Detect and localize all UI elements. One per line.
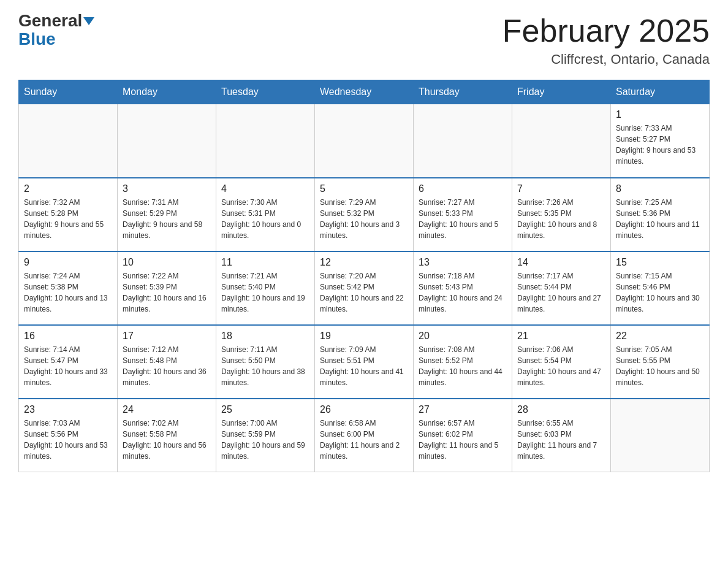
table-row: 23Sunrise: 7:03 AM Sunset: 5:56 PM Dayli…	[19, 399, 118, 472]
day-info: Sunrise: 7:06 AM Sunset: 5:54 PM Dayligh…	[517, 344, 605, 388]
day-number: 8	[616, 183, 704, 194]
day-info: Sunrise: 7:31 AM Sunset: 5:29 PM Dayligh…	[123, 197, 211, 241]
table-row: 27Sunrise: 6:57 AM Sunset: 6:02 PM Dayli…	[414, 399, 512, 472]
table-row: 15Sunrise: 7:15 AM Sunset: 5:46 PM Dayli…	[611, 251, 710, 325]
day-number: 28	[517, 404, 605, 415]
day-info: Sunrise: 7:21 AM Sunset: 5:40 PM Dayligh…	[221, 270, 309, 315]
day-number: 14	[517, 257, 605, 268]
day-number: 3	[123, 183, 211, 194]
day-info: Sunrise: 7:33 AM Sunset: 5:27 PM Dayligh…	[616, 123, 704, 167]
day-info: Sunrise: 7:08 AM Sunset: 5:52 PM Dayligh…	[419, 344, 507, 388]
day-info: Sunrise: 6:57 AM Sunset: 6:02 PM Dayligh…	[419, 418, 507, 462]
table-row: 10Sunrise: 7:22 AM Sunset: 5:39 PM Dayli…	[118, 251, 216, 325]
col-thursday: Thursday	[414, 80, 512, 104]
table-row	[19, 104, 118, 178]
day-number: 1	[616, 109, 704, 120]
day-info: Sunrise: 7:02 AM Sunset: 5:58 PM Dayligh…	[123, 418, 211, 462]
table-row: 11Sunrise: 7:21 AM Sunset: 5:40 PM Dayli…	[216, 251, 315, 325]
col-saturday: Saturday	[611, 80, 710, 104]
day-number: 17	[123, 331, 211, 342]
logo-triangle-icon	[83, 17, 94, 25]
day-info: Sunrise: 7:27 AM Sunset: 5:33 PM Dayligh…	[419, 197, 507, 241]
day-number: 26	[320, 404, 408, 415]
col-monday: Monday	[118, 80, 216, 104]
day-number: 20	[419, 331, 507, 342]
table-row: 1Sunrise: 7:33 AM Sunset: 5:27 PM Daylig…	[611, 104, 710, 178]
logo-text: General	[18, 12, 94, 29]
day-number: 6	[419, 183, 507, 194]
table-row: 7Sunrise: 7:26 AM Sunset: 5:35 PM Daylig…	[512, 178, 611, 251]
day-info: Sunrise: 7:24 AM Sunset: 5:38 PM Dayligh…	[24, 270, 112, 315]
table-row: 20Sunrise: 7:08 AM Sunset: 5:52 PM Dayli…	[414, 325, 512, 399]
calendar-header-row: Sunday Monday Tuesday Wednesday Thursday…	[19, 80, 710, 104]
table-row: 26Sunrise: 6:58 AM Sunset: 6:00 PM Dayli…	[315, 399, 414, 472]
day-number: 19	[320, 331, 408, 342]
table-row: 8Sunrise: 7:25 AM Sunset: 5:36 PM Daylig…	[611, 178, 710, 251]
day-info: Sunrise: 7:05 AM Sunset: 5:55 PM Dayligh…	[616, 344, 704, 388]
location-title: Cliffcrest, Ontario, Canada	[502, 52, 710, 67]
day-number: 24	[123, 404, 211, 415]
col-tuesday: Tuesday	[216, 80, 315, 104]
logo-blue-text: Blue	[18, 29, 56, 49]
table-row: 5Sunrise: 7:29 AM Sunset: 5:32 PM Daylig…	[315, 178, 414, 251]
day-info: Sunrise: 7:03 AM Sunset: 5:56 PM Dayligh…	[24, 418, 112, 462]
table-row: 21Sunrise: 7:06 AM Sunset: 5:54 PM Dayli…	[512, 325, 611, 399]
day-number: 25	[221, 404, 309, 415]
day-number: 23	[24, 404, 112, 415]
table-row: 6Sunrise: 7:27 AM Sunset: 5:33 PM Daylig…	[414, 178, 512, 251]
day-info: Sunrise: 6:58 AM Sunset: 6:00 PM Dayligh…	[320, 418, 408, 462]
table-row: 19Sunrise: 7:09 AM Sunset: 5:51 PM Dayli…	[315, 325, 414, 399]
table-row: 25Sunrise: 7:00 AM Sunset: 5:59 PM Dayli…	[216, 399, 315, 472]
day-info: Sunrise: 7:18 AM Sunset: 5:43 PM Dayligh…	[419, 270, 507, 315]
table-row: 28Sunrise: 6:55 AM Sunset: 6:03 PM Dayli…	[512, 399, 611, 472]
table-row	[611, 399, 710, 472]
day-info: Sunrise: 7:25 AM Sunset: 5:36 PM Dayligh…	[616, 197, 704, 241]
day-info: Sunrise: 6:55 AM Sunset: 6:03 PM Dayligh…	[517, 418, 605, 462]
day-number: 2	[24, 183, 112, 194]
table-row	[414, 104, 512, 178]
day-info: Sunrise: 7:09 AM Sunset: 5:51 PM Dayligh…	[320, 344, 408, 388]
table-row: 9Sunrise: 7:24 AM Sunset: 5:38 PM Daylig…	[19, 251, 118, 325]
table-row	[315, 104, 414, 178]
logo: General Blue	[18, 12, 94, 49]
day-info: Sunrise: 7:12 AM Sunset: 5:48 PM Dayligh…	[123, 344, 211, 388]
col-wednesday: Wednesday	[315, 80, 414, 104]
table-row	[512, 104, 611, 178]
day-number: 11	[221, 257, 309, 268]
day-number: 10	[123, 257, 211, 268]
day-number: 5	[320, 183, 408, 194]
day-number: 9	[24, 257, 112, 268]
table-row: 4Sunrise: 7:30 AM Sunset: 5:31 PM Daylig…	[216, 178, 315, 251]
col-friday: Friday	[512, 80, 611, 104]
page-header: General Blue February 2025 Cliffcrest, O…	[18, 12, 710, 67]
table-row: 16Sunrise: 7:14 AM Sunset: 5:47 PM Dayli…	[19, 325, 118, 399]
day-info: Sunrise: 7:20 AM Sunset: 5:42 PM Dayligh…	[320, 270, 408, 315]
table-row: 18Sunrise: 7:11 AM Sunset: 5:50 PM Dayli…	[216, 325, 315, 399]
table-row: 3Sunrise: 7:31 AM Sunset: 5:29 PM Daylig…	[118, 178, 216, 251]
day-info: Sunrise: 7:00 AM Sunset: 5:59 PM Dayligh…	[221, 418, 309, 462]
table-row: 2Sunrise: 7:32 AM Sunset: 5:28 PM Daylig…	[19, 178, 118, 251]
day-info: Sunrise: 7:15 AM Sunset: 5:46 PM Dayligh…	[616, 270, 704, 315]
day-number: 15	[616, 257, 704, 268]
table-row	[118, 104, 216, 178]
calendar-table: Sunday Monday Tuesday Wednesday Thursday…	[18, 80, 710, 472]
day-number: 21	[517, 331, 605, 342]
day-info: Sunrise: 7:22 AM Sunset: 5:39 PM Dayligh…	[123, 270, 211, 315]
day-number: 18	[221, 331, 309, 342]
day-number: 12	[320, 257, 408, 268]
day-info: Sunrise: 7:11 AM Sunset: 5:50 PM Dayligh…	[221, 344, 309, 388]
day-info: Sunrise: 7:29 AM Sunset: 5:32 PM Dayligh…	[320, 197, 408, 241]
day-number: 13	[419, 257, 507, 268]
col-sunday: Sunday	[19, 80, 118, 104]
title-area: February 2025 Cliffcrest, Ontario, Canad…	[502, 12, 710, 67]
table-row: 22Sunrise: 7:05 AM Sunset: 5:55 PM Dayli…	[611, 325, 710, 399]
day-info: Sunrise: 7:26 AM Sunset: 5:35 PM Dayligh…	[517, 197, 605, 241]
day-info: Sunrise: 7:14 AM Sunset: 5:47 PM Dayligh…	[24, 344, 112, 388]
table-row: 17Sunrise: 7:12 AM Sunset: 5:48 PM Dayli…	[118, 325, 216, 399]
day-number: 27	[419, 404, 507, 415]
day-info: Sunrise: 7:17 AM Sunset: 5:44 PM Dayligh…	[517, 270, 605, 315]
day-number: 22	[616, 331, 704, 342]
day-number: 4	[221, 183, 309, 194]
day-info: Sunrise: 7:32 AM Sunset: 5:28 PM Dayligh…	[24, 197, 112, 241]
table-row: 24Sunrise: 7:02 AM Sunset: 5:58 PM Dayli…	[118, 399, 216, 472]
